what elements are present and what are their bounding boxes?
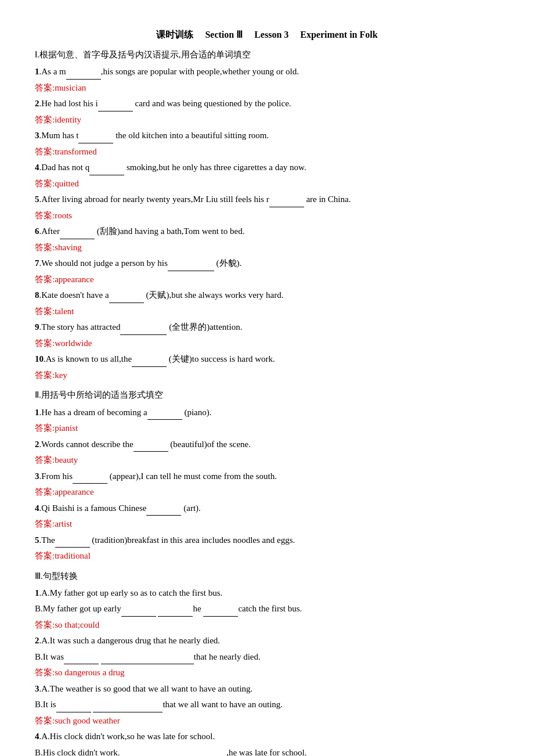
q3-4a: 4.A.His clock didn't work,so he was late… (35, 729, 499, 744)
q2-4: 4.Qi Baishi is a famous Chinese (art). (35, 501, 499, 516)
a3-3: 答案:such good weather (35, 714, 499, 729)
a1-10: 答案:key (35, 368, 499, 383)
a3-1: 答案:so that;could (35, 618, 499, 633)
q1-5: 5.After living abroad for nearly twenty … (35, 192, 499, 207)
page-title: 课时训练 Section Ⅲ Lesson 3 Experiment in Fo… (35, 29, 499, 41)
q3-2a: 2.A.It was such a dangerous drug that he… (35, 633, 499, 649)
q2-3: 3.From his (appear),I can tell he must c… (35, 469, 499, 484)
title-lesson: Lesson 3 (254, 30, 288, 39)
a2-3: 答案:appearance (35, 485, 499, 500)
a2-1: 答案:pianist (35, 421, 499, 436)
a2-5: 答案:traditional (35, 549, 499, 564)
title-main: 课时训练 (156, 30, 193, 39)
part1-header: Ⅰ.根据句意、首字母及括号内汉语提示,用合适的单词填空 (35, 47, 499, 62)
page-container: 课时训练 Section Ⅲ Lesson 3 Experiment in Fo… (35, 29, 499, 756)
part3-header: Ⅲ.句型转换 (35, 568, 499, 584)
q1-8: 8.Kate doesn't have a (天赋),but she alway… (35, 288, 499, 303)
q1-4: 4.Dad has not q smoking,but he only has … (35, 160, 499, 175)
q3-2b: B.It was that he nearly died. (35, 650, 499, 665)
q3-1a: 1.A.My father got up early so as to catc… (35, 586, 499, 601)
q2-5: 5.The (tradition)breakfast in this area … (35, 533, 499, 548)
a1-3: 答案:transformed (35, 145, 499, 160)
a1-6: 答案:shaving (35, 240, 499, 255)
q3-3b: B.It is that we all want to have an outi… (35, 697, 499, 712)
q1-7: 7.We should not judge a person by his (外… (35, 256, 499, 271)
a1-1: 答案:musician (35, 81, 499, 96)
title-topic: Experiment in Folk (300, 30, 377, 39)
q1-9: 9.The story has attracted (全世界的)attentio… (35, 320, 499, 335)
a2-4: 答案:artist (35, 517, 499, 532)
q1-10: 10.As is known to us all,the (关键)to succ… (35, 352, 499, 367)
a1-5: 答案:roots (35, 208, 499, 224)
q1-3: 3.Mum has t the old kitchen into a beaut… (35, 128, 499, 143)
q3-4b: B.His clock didn't work. ,he was late fo… (35, 746, 499, 756)
a2-2: 答案:beauty (35, 453, 499, 468)
part2-header: Ⅱ.用括号中所给词的适当形式填空 (35, 387, 499, 402)
a3-2: 答案:so dangerous a drug (35, 665, 499, 681)
a1-7: 答案:appearance (35, 272, 499, 287)
q3-3a: 3.A.The weather is so good that we all w… (35, 682, 499, 697)
a1-8: 答案:talent (35, 304, 499, 319)
q2-1: 1.He has a dream of becoming a (piano). (35, 405, 499, 420)
a1-9: 答案:worldwide (35, 336, 499, 351)
q1-2: 2.He had lost his i card and was being q… (35, 96, 499, 111)
q1-6: 6.After (刮脸)and having a bath,Tom went t… (35, 224, 499, 239)
a1-4: 答案:quitted (35, 177, 499, 192)
q1-1: 1.As a m,his songs are popular with peop… (35, 64, 499, 80)
title-section: Section Ⅲ (205, 30, 243, 39)
q2-2: 2.Words cannot describe the (beautiful)o… (35, 437, 499, 452)
a1-2: 答案:identity (35, 113, 499, 128)
q3-1b: B.My father got up early he catch the fi… (35, 602, 499, 617)
